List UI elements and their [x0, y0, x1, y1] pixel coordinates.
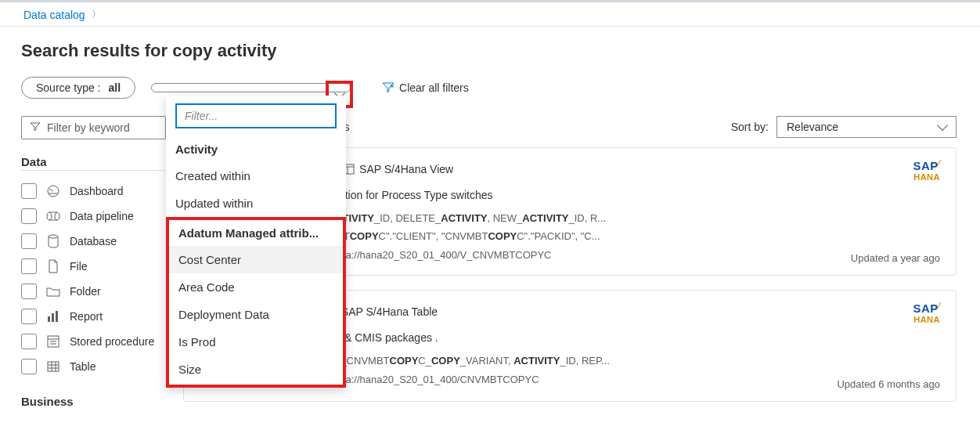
- svg-rect-10: [56, 311, 58, 322]
- checkbox[interactable]: [21, 208, 37, 224]
- facet-label: Data pipeline: [70, 210, 134, 222]
- clear-all-filters-label: Clear all filters: [399, 81, 469, 94]
- filter-by-keyword-input[interactable]: Filter by keyword: [21, 116, 166, 139]
- facet-item-report[interactable]: Report: [21, 304, 166, 329]
- chevron-down-icon: [937, 120, 948, 131]
- facet-label: Table: [70, 360, 95, 373]
- dropdown-item-area-code[interactable]: Area Code: [169, 273, 343, 301]
- chevron-right-icon: 〉: [92, 8, 101, 21]
- checkbox[interactable]: [21, 309, 37, 324]
- sap-logo-icon: SAP∕: [913, 302, 940, 315]
- attribute-filter-panel: Activity Created within Updated within A…: [166, 96, 346, 388]
- svg-point-4: [55, 212, 59, 220]
- stored-procedure-icon: [46, 334, 60, 349]
- facet-item-dashboard[interactable]: Dashboard: [21, 179, 166, 204]
- checkbox[interactable]: [21, 258, 37, 274]
- svg-rect-15: [48, 362, 59, 371]
- filter-icon: [30, 121, 41, 134]
- facet-label: Report: [70, 310, 103, 323]
- report-icon: [46, 309, 60, 323]
- facet-label: File: [70, 260, 88, 273]
- facet-label: Database: [70, 235, 117, 247]
- checkbox[interactable]: [21, 183, 37, 199]
- svg-point-7: [49, 235, 58, 238]
- filter-by-keyword-placeholder: Filter by keyword: [47, 121, 130, 134]
- dropdown-item-updated-within[interactable]: Updated within: [166, 190, 346, 217]
- dropdown-item-size[interactable]: Size: [169, 356, 343, 383]
- svg-rect-9: [52, 313, 54, 322]
- result-updated: Updated a year ago: [851, 252, 940, 264]
- result-updated: Updated 6 months ago: [837, 378, 940, 390]
- sort-value: Relevance: [787, 121, 838, 133]
- dropdown-item-deployment-data[interactable]: Deployment Data: [169, 301, 343, 328]
- sort-by-label: Sort by:: [731, 121, 769, 133]
- checkbox[interactable]: [21, 233, 37, 249]
- checkbox[interactable]: [21, 334, 37, 349]
- dropdown-section-activity: Activity: [166, 136, 346, 162]
- file-icon: [46, 259, 60, 273]
- clear-filter-icon: [382, 82, 393, 93]
- dropdown-filter-input[interactable]: [175, 103, 337, 128]
- dropdown-item-is-prod[interactable]: Is Prod: [169, 328, 343, 356]
- facet-item-table[interactable]: Table: [21, 354, 166, 379]
- source-type-filter-pill[interactable]: Source type : all: [21, 77, 135, 99]
- sort-by-select[interactable]: Relevance: [776, 116, 957, 138]
- sap-badge: SAP∕ HANA: [913, 302, 940, 324]
- checkbox[interactable]: [21, 284, 37, 299]
- clear-all-filters-button[interactable]: Clear all filters: [382, 81, 469, 94]
- facet-label: Dashboard: [70, 185, 124, 197]
- result-type: SAP S/4Hana View: [344, 163, 453, 175]
- dropdown-item-cost-center[interactable]: Cost Center: [169, 246, 343, 273]
- facet-head-business: Business: [21, 395, 166, 410]
- page-title: Search results for copy activity: [0, 27, 980, 72]
- svg-point-3: [47, 212, 52, 220]
- dashboard-icon: [46, 184, 60, 198]
- svg-rect-8: [48, 316, 50, 322]
- facet-label: Folder: [70, 285, 101, 298]
- source-type-label: Source type :: [36, 81, 101, 94]
- attribute-filter-dropdown[interactable]: [151, 83, 351, 92]
- folder-icon: [46, 284, 60, 298]
- facet-item-stored-procedure[interactable]: Stored procedure: [21, 329, 166, 354]
- breadcrumb: Data catalog 〉: [0, 0, 980, 27]
- source-type-value: all: [109, 81, 121, 94]
- table-icon: [46, 359, 60, 374]
- facet-item-folder[interactable]: Folder: [21, 279, 166, 304]
- facet-head-data: Data: [21, 155, 166, 171]
- dropdown-managed-attributes-highlight: Adatum Managed attrib... Cost Center Are…: [166, 217, 346, 388]
- breadcrumb-root[interactable]: Data catalog: [23, 9, 85, 21]
- database-icon: [46, 234, 60, 248]
- pipeline-icon: [46, 209, 60, 223]
- dropdown-item-created-within[interactable]: Created within: [166, 162, 346, 190]
- facet-label: Stored procedure: [70, 335, 154, 348]
- filter-pill-row: Source type : all Clear all filters Acti…: [0, 72, 980, 103]
- facet-item-database[interactable]: Database: [21, 229, 166, 254]
- facet-item-data-pipeline[interactable]: Data pipeline: [21, 204, 166, 229]
- dropdown-section-managed-attrib: Adatum Managed attrib...: [169, 220, 343, 246]
- sap-badge: SAP∕ HANA: [913, 159, 940, 182]
- sap-logo-icon: SAP∕: [913, 159, 940, 172]
- checkbox[interactable]: [21, 359, 37, 374]
- facet-item-file[interactable]: File: [21, 254, 166, 279]
